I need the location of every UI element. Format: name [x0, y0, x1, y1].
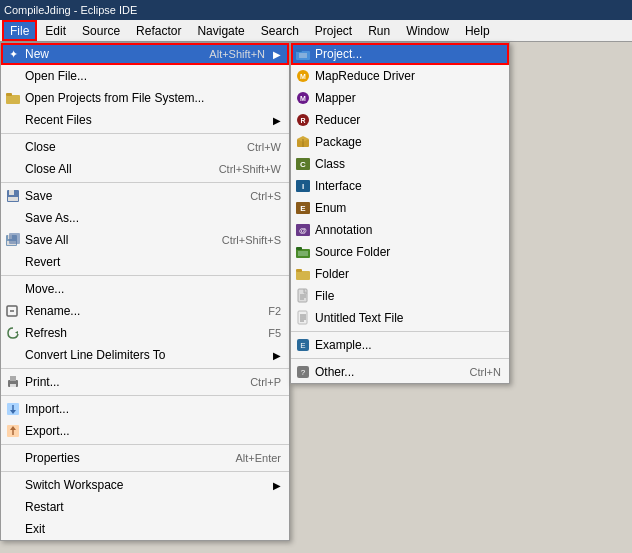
menu-item-close-all[interactable]: Close All Ctrl+Shift+W	[1, 158, 289, 180]
enum-icon: E	[295, 200, 311, 216]
menu-item-save-label: Save	[25, 189, 230, 203]
separator-3	[1, 275, 289, 276]
menu-item-save[interactable]: Save Ctrl+S	[1, 185, 289, 207]
menu-item-new-label: New	[25, 47, 189, 61]
menu-item-rename-label: Rename...	[25, 304, 248, 318]
submenu-item-folder[interactable]: Folder	[291, 263, 509, 285]
submenu-item-annotation-label: Annotation	[315, 223, 372, 237]
switch-workspace-arrow-icon: ▶	[273, 480, 281, 491]
svg-text:M: M	[300, 73, 306, 80]
menu-item-convert-line[interactable]: Convert Line Delimiters To ▶	[1, 344, 289, 366]
menu-item-print[interactable]: Print... Ctrl+P	[1, 371, 289, 393]
export-icon	[5, 423, 21, 439]
menu-item-revert-label: Revert	[25, 255, 281, 269]
menu-item-restart-label: Restart	[25, 500, 281, 514]
menu-item-open-file[interactable]: Open File...	[1, 65, 289, 87]
submenu-item-enum[interactable]: E Enum	[291, 197, 509, 219]
other-icon: ?	[295, 364, 311, 380]
menu-item-switch-workspace[interactable]: Switch Workspace ▶	[1, 474, 289, 496]
submenu-item-class[interactable]: C Class	[291, 153, 509, 175]
recent-files-arrow-icon: ▶	[273, 115, 281, 126]
dropdown-container: ✦ New Alt+Shift+N ▶ Open File... Open Pr…	[0, 42, 290, 541]
menu-item-properties-shortcut: Alt+Enter	[235, 452, 281, 464]
untitled-text-icon	[295, 310, 311, 326]
submenu-item-project-label: Project...	[315, 47, 362, 61]
submenu-item-project[interactable]: Project...	[291, 43, 509, 65]
menu-item-rename-shortcut: F2	[268, 305, 281, 317]
svg-rect-43	[298, 251, 308, 256]
menu-item-import[interactable]: Import...	[1, 398, 289, 420]
svg-text:E: E	[300, 341, 305, 350]
submenu-item-package-label: Package	[315, 135, 362, 149]
separator-4	[1, 368, 289, 369]
submenu-item-source-folder-label: Source Folder	[315, 245, 390, 259]
submenu-item-file[interactable]: File	[291, 285, 509, 307]
submenu-item-example[interactable]: E Example...	[291, 334, 509, 356]
svg-text:R: R	[300, 117, 305, 124]
menu-item-save-as-label: Save As...	[25, 211, 281, 225]
menu-item-refresh[interactable]: Refresh F5	[1, 322, 289, 344]
annotation-icon: @	[295, 222, 311, 238]
menu-item-revert[interactable]: Revert	[1, 251, 289, 273]
menu-item-convert-line-label: Convert Line Delimiters To	[25, 348, 265, 362]
submenu-item-mapreduce[interactable]: M MapReduce Driver	[291, 65, 509, 87]
menubar-item-refactor[interactable]: Refactor	[128, 20, 189, 41]
svg-text:?: ?	[301, 368, 306, 377]
svg-rect-1	[6, 93, 12, 96]
submenu-item-mapreduce-label: MapReduce Driver	[315, 69, 415, 83]
menubar-item-edit[interactable]: Edit	[37, 20, 74, 41]
menubar-item-window[interactable]: Window	[398, 20, 457, 41]
submenu-item-interface[interactable]: I Interface	[291, 175, 509, 197]
new-icon: ✦	[5, 46, 21, 62]
menu-item-save-all-shortcut: Ctrl+Shift+S	[222, 234, 281, 246]
menu-item-properties[interactable]: Properties Alt+Enter	[1, 447, 289, 469]
titlebar: CompileJding - Eclipse IDE	[0, 0, 632, 20]
submenu-item-annotation[interactable]: @ Annotation	[291, 219, 509, 241]
svg-text:E: E	[300, 204, 306, 213]
submenu-item-folder-label: Folder	[315, 267, 349, 281]
project-icon	[295, 46, 311, 62]
submenu-item-mapper-label: Mapper	[315, 91, 356, 105]
menu-item-save-as[interactable]: Save As...	[1, 207, 289, 229]
menu-item-restart[interactable]: Restart	[1, 496, 289, 518]
submenu-item-other[interactable]: ? Other... Ctrl+N	[291, 361, 509, 383]
print-icon	[5, 374, 21, 390]
save-all-icon	[5, 232, 21, 248]
menubar-item-search[interactable]: Search	[253, 20, 307, 41]
submenu-item-untitled-text[interactable]: Untitled Text File	[291, 307, 509, 329]
menubar-item-navigate[interactable]: Navigate	[189, 20, 252, 41]
menu-item-move[interactable]: Move...	[1, 278, 289, 300]
menubar-item-help[interactable]: Help	[457, 20, 498, 41]
menu-item-close-shortcut: Ctrl+W	[247, 141, 281, 153]
menu-item-exit[interactable]: Exit	[1, 518, 289, 540]
menu-item-close-all-shortcut: Ctrl+Shift+W	[219, 163, 281, 175]
menu-item-close[interactable]: Close Ctrl+W	[1, 136, 289, 158]
separator-2	[1, 182, 289, 183]
menu-item-new[interactable]: ✦ New Alt+Shift+N ▶	[1, 43, 289, 65]
rename-icon	[5, 303, 21, 319]
menu-item-open-projects[interactable]: Open Projects from File System...	[1, 87, 289, 109]
submenu-item-mapper[interactable]: M Mapper	[291, 87, 509, 109]
separator-5	[1, 395, 289, 396]
refresh-icon	[5, 325, 21, 341]
submenu-item-class-label: Class	[315, 157, 345, 171]
menu-item-save-all[interactable]: Save All Ctrl+Shift+S	[1, 229, 289, 251]
svg-text:@: @	[299, 226, 307, 235]
submenu-item-package[interactable]: Package	[291, 131, 509, 153]
menubar-item-project[interactable]: Project	[307, 20, 360, 41]
menubar-item-source[interactable]: Source	[74, 20, 128, 41]
menu-item-open-file-label: Open File...	[25, 69, 281, 83]
menubar-item-run[interactable]: Run	[360, 20, 398, 41]
menu-item-rename[interactable]: Rename... F2	[1, 300, 289, 322]
submenu-item-source-folder[interactable]: Source Folder	[291, 241, 509, 263]
svg-rect-45	[296, 269, 302, 272]
menubar-item-file[interactable]: File	[2, 20, 37, 41]
menu-item-export[interactable]: Export...	[1, 420, 289, 442]
convert-line-arrow-icon: ▶	[273, 350, 281, 361]
menu-item-open-projects-label: Open Projects from File System...	[25, 91, 281, 105]
svg-text:I: I	[302, 182, 304, 191]
submenu-item-reducer[interactable]: R Reducer	[291, 109, 509, 131]
menu-item-recent-files[interactable]: Recent Files ▶	[1, 109, 289, 131]
submenu-item-reducer-label: Reducer	[315, 113, 360, 127]
menu-item-switch-workspace-label: Switch Workspace	[25, 478, 265, 492]
